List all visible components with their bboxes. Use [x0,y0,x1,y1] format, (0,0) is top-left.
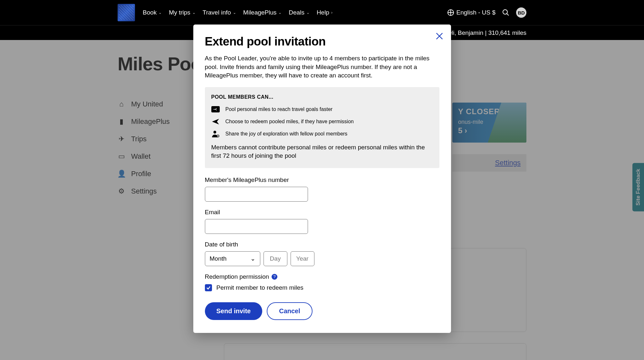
chevron-down-icon: ⌄ [233,10,236,15]
info-bullet: Pool personal miles to reach travel goal… [211,106,433,113]
checkbox-label: Permit member to redeem miles [216,284,303,291]
miles-card-icon [211,106,220,113]
info-bullet: Choose to redeem pooled miles, if they h… [211,118,433,125]
extend-invitation-modal: Extend pool invitation As the Pool Leade… [193,25,451,333]
cancel-button[interactable]: Cancel [267,302,312,320]
modal-description: As the Pool Leader, you're able to invit… [205,54,439,80]
avatar[interactable]: BD [516,7,526,18]
close-button[interactable] [435,32,444,41]
redeem-checkbox[interactable] [205,284,212,291]
chevron-right-icon: › [331,10,332,15]
nav-mytrips[interactable]: My trips⌄ [169,9,196,16]
mp-number-input[interactable] [205,187,308,202]
nav-help[interactable]: Help› [317,9,332,16]
dob-day-input[interactable] [264,251,287,266]
search-icon[interactable] [502,9,510,16]
chevron-down-icon: ⌄ [192,10,196,15]
email-label: Email [205,209,439,216]
nav-book[interactable]: Book⌄ [143,9,162,16]
plane-icon [211,118,220,125]
top-nav: Book⌄ My trips⌄ Travel info⌄ MileagePlus… [0,0,644,25]
redemption-label: Redemption permission [205,273,269,280]
nav-mileageplus[interactable]: MileagePlus⌄ [243,9,282,16]
chevron-down-icon: ⌄ [159,10,162,15]
email-input[interactable] [205,219,308,234]
nav-deals[interactable]: Deals⌄ [289,9,310,16]
send-invite-button[interactable]: Send invite [205,302,263,320]
svg-line-1 [507,14,509,15]
dob-year-input[interactable] [291,251,314,266]
info-note: Members cannot contribute personal miles… [211,143,433,160]
modal-title: Extend pool invitation [205,35,439,48]
chevron-down-icon: ⌄ [250,255,255,262]
person-share-icon [211,130,220,137]
chevron-down-icon: ⌄ [278,10,282,15]
language-selector[interactable]: English - US $ [447,9,495,16]
svg-point-5 [213,131,216,134]
info-bullet: Share the joy of exploration with fellow… [211,130,433,137]
info-heading: POOL MEMBERS CAN... [211,94,433,100]
dob-month-select[interactable]: Month ⌄ [205,251,260,266]
chevron-down-icon: ⌄ [306,10,310,15]
help-icon[interactable]: ? [272,274,277,280]
nav-travelinfo[interactable]: Travel info⌄ [203,9,236,16]
info-box: POOL MEMBERS CAN... Pool personal miles … [205,87,439,168]
greeting: Hi, Benjamin | 310,641 miles [448,29,526,36]
mp-number-label: Member's MileagePlus number [205,176,439,184]
dob-label: Date of birth [205,241,439,248]
united-logo[interactable] [118,4,135,21]
svg-point-0 [503,10,507,14]
globe-icon [447,9,454,16]
